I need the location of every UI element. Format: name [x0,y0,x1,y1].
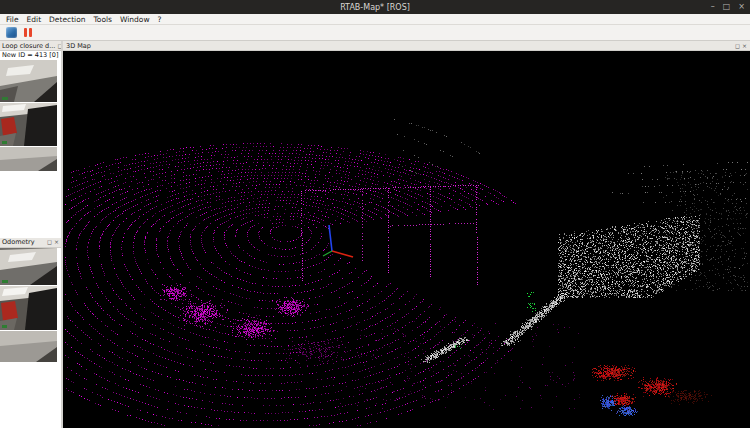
camera-image-odom-2 [0,286,57,330]
close-button[interactable]: × [738,0,745,14]
float-icon[interactable]: ◻ [735,41,740,51]
close-icon[interactable]: × [742,41,747,51]
map-3d-viewport[interactable] [63,51,750,428]
camera-image-loop-1 [0,60,57,102]
map-dock: 3D Map ◻ × [63,41,750,428]
loop-closure-dock-header[interactable]: Loop closure d... ◻ × [0,41,61,51]
start-icon [6,27,17,38]
menu-help[interactable]: ? [154,15,166,24]
menu-edit[interactable]: Edit [23,15,46,24]
menu-tools[interactable]: Tools [90,15,116,24]
camera-image-odom-1 [0,248,57,285]
loop-closure-title: Loop closure d... [2,42,55,50]
float-icon[interactable]: ◻ [57,41,61,51]
minimize-button[interactable]: – [711,0,715,14]
menu-file[interactable]: File [2,15,23,24]
content-area: Loop closure d... ◻ × New ID = 413 [0] [0,41,750,428]
point-cloud-canvas[interactable] [63,51,748,428]
titlebar[interactable]: RTAB-Map* [ROS] – □ × [0,0,750,14]
camera-image-loop-3 [0,147,57,171]
dock-spacer [0,363,61,428]
pause-button[interactable] [22,27,34,39]
map-dock-header[interactable]: 3D Map ◻ × [63,41,750,51]
close-icon[interactable]: × [54,238,59,248]
menubar: File Edit Detection Tools Window ? [0,14,750,25]
camera-image-odom-3 [0,331,57,362]
pause-icon [24,28,32,37]
dock-spacer [0,172,61,238]
left-dock: Loop closure d... ◻ × New ID = 413 [0] [0,41,63,428]
camera-image-loop-2 [0,103,57,146]
window-title: RTAB-Map* [ROS] [340,3,410,12]
maximize-button[interactable]: □ [723,0,731,14]
new-id-label: New ID = 413 [0] [0,51,61,60]
map-title: 3D Map [66,42,91,50]
menu-detection[interactable]: Detection [45,15,89,24]
toolbar [0,25,750,41]
odometry-title: Odometry [2,238,35,246]
float-icon[interactable]: ◻ [47,238,52,248]
start-button[interactable] [5,27,17,39]
window-controls: – □ × [711,0,745,14]
app-window: RTAB-Map* [ROS] – □ × File Edit Detectio… [0,0,750,428]
menu-window[interactable]: Window [116,15,154,24]
odometry-dock-header[interactable]: Odometry ◻ × [0,238,61,248]
